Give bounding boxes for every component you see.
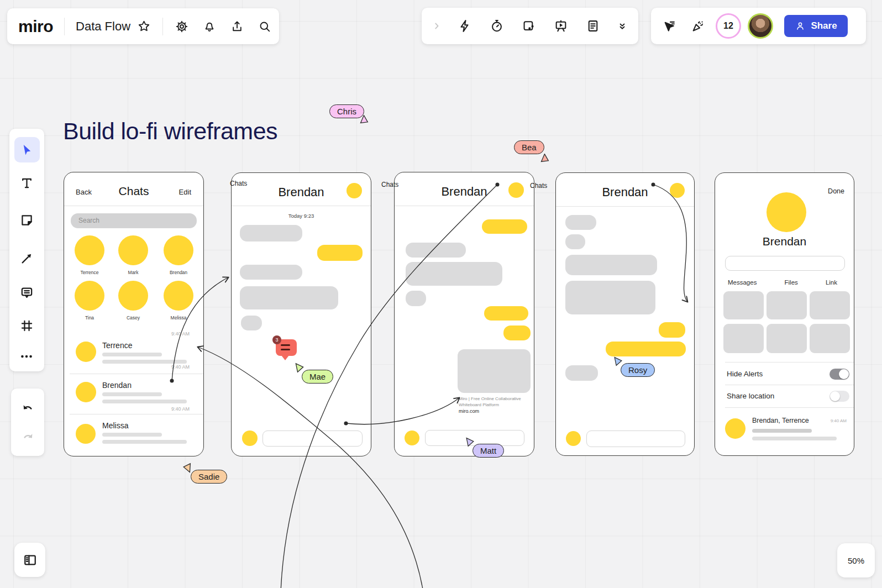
thread-time: 9:40 AM <box>171 406 190 412</box>
notifications-button[interactable] <box>198 15 221 38</box>
wireframe-conversation-a[interactable]: Brendan Today 9:23 3 <box>231 172 371 456</box>
message-bubble-sent <box>503 326 531 340</box>
lightning-icon <box>458 19 472 33</box>
skeleton-line <box>102 353 162 356</box>
zoom-level-indicator[interactable]: 50% <box>837 543 875 578</box>
comment-count-badge: 3 <box>272 335 281 344</box>
board-heading-text[interactable]: Build lo-fi wireframes <box>63 118 277 145</box>
wireframe-chat-list[interactable]: Back Chats Edit Search Terrence Mark Bre… <box>64 172 204 456</box>
redo-button[interactable] <box>17 427 39 449</box>
header-avatar <box>670 183 685 198</box>
header-divider <box>395 206 534 206</box>
profile-tabs: Messages Files Link <box>728 279 837 286</box>
cards-icon <box>522 19 536 33</box>
present-button[interactable] <box>550 15 572 37</box>
more-tools-button[interactable] <box>15 345 38 368</box>
hide-alerts-label: Hide Alerts <box>727 370 763 378</box>
cursor-pointer-icon <box>539 154 550 165</box>
text-tool[interactable] <box>15 172 38 194</box>
message-bubble-received <box>406 262 502 286</box>
chevron-right-icon <box>431 20 442 32</box>
skeleton-line <box>102 440 187 444</box>
sticky-note-icon <box>19 213 34 228</box>
arrow-icon <box>19 251 34 266</box>
hide-alerts-toggle <box>830 369 849 380</box>
miro-board-canvas[interactable]: Build lo-fi wireframes Back Chats Edit S… <box>0 0 882 588</box>
board-title[interactable]: Data Flow <box>76 19 130 34</box>
person-icon <box>795 20 806 32</box>
toggle-knob <box>839 369 849 379</box>
side-panel-toggle[interactable] <box>14 543 45 577</box>
cards-button[interactable] <box>518 15 540 37</box>
export-button[interactable] <box>226 15 248 38</box>
user-avatar[interactable] <box>748 13 773 39</box>
timer-icon <box>490 19 504 33</box>
tab-link: Link <box>826 279 837 286</box>
notes-icon <box>586 19 600 33</box>
wireframe-conversation-c[interactable]: Brendan <box>555 172 695 456</box>
sticky-note-tool[interactable] <box>15 209 38 231</box>
settings-button[interactable] <box>171 15 193 38</box>
thread-name: Brendan, Terrence <box>752 417 809 424</box>
done-label: Done <box>828 187 844 195</box>
cursor-pointer-icon <box>182 461 193 473</box>
thread-name: Melissa <box>102 421 128 430</box>
composer-avatar <box>405 431 419 445</box>
notes-button[interactable] <box>582 15 604 37</box>
comment-icon <box>19 285 34 300</box>
share-button[interactable]: Share <box>784 15 848 37</box>
thread-name: Terrence <box>102 341 132 350</box>
message-bubble-received <box>240 265 302 280</box>
reactions-button[interactable] <box>687 15 709 37</box>
message-bubble-sent <box>482 219 527 234</box>
export-icon <box>230 20 244 33</box>
select-tool[interactable] <box>14 137 40 162</box>
collaboration-toolbar: 12 Share <box>651 8 866 44</box>
quick-actions-button[interactable] <box>454 15 476 37</box>
cursor-label: Sadie <box>191 470 227 484</box>
miro-logo[interactable]: miro <box>18 17 53 36</box>
media-thumbnail <box>723 324 764 353</box>
contact-name: Brendan <box>158 270 199 275</box>
hide-cursors-button[interactable] <box>658 15 680 37</box>
favorite-button[interactable] <box>133 15 155 38</box>
undo-button[interactable] <box>17 398 39 421</box>
star-icon <box>138 20 150 33</box>
search-button[interactable] <box>254 15 276 38</box>
comment-thread[interactable]: 3 <box>272 335 300 365</box>
message-bubble-received <box>240 225 302 242</box>
settings-icon <box>175 20 188 33</box>
undo-icon <box>20 402 35 417</box>
wireframe-contact-profile[interactable]: Done Brendan Messages Files Link Hide Al… <box>715 172 854 456</box>
contact-name: Terrence <box>69 270 110 275</box>
cursor-pointer-icon <box>359 115 370 126</box>
toolbar-divider <box>162 18 163 35</box>
skeleton-line <box>752 429 812 433</box>
message-bubble-sent <box>659 322 685 338</box>
text-icon <box>19 176 34 191</box>
comment-tool[interactable] <box>15 281 38 303</box>
share-location-toggle <box>830 391 849 402</box>
board-header-toolbar: miro Data Flow <box>7 8 279 44</box>
frame-tool[interactable] <box>15 314 38 337</box>
skeleton-line <box>752 437 837 440</box>
expand-toolbar-button[interactable] <box>429 15 444 37</box>
message-bubble-received <box>565 234 585 249</box>
contact-avatar <box>75 235 104 265</box>
notifications-icon <box>203 20 216 33</box>
connector-tool[interactable] <box>15 247 38 269</box>
comment-line <box>281 349 290 350</box>
header-divider <box>556 206 694 207</box>
wireframe-conversation-b[interactable]: Brendan Miro | Free Online Collaborative… <box>394 172 534 456</box>
profile-search-field <box>725 256 845 271</box>
message-bubble-received <box>406 291 426 306</box>
message-bubble-received <box>240 286 338 309</box>
profile-name: Brendan <box>715 235 854 248</box>
layout-panel-icon <box>23 553 38 568</box>
header-divider <box>232 206 371 206</box>
timer-button[interactable] <box>486 15 508 37</box>
collaborator-count-badge[interactable]: 12 <box>716 13 741 39</box>
frame-icon <box>19 318 34 333</box>
more-apps-button[interactable] <box>614 15 631 37</box>
contact-name: Tina <box>69 315 110 321</box>
